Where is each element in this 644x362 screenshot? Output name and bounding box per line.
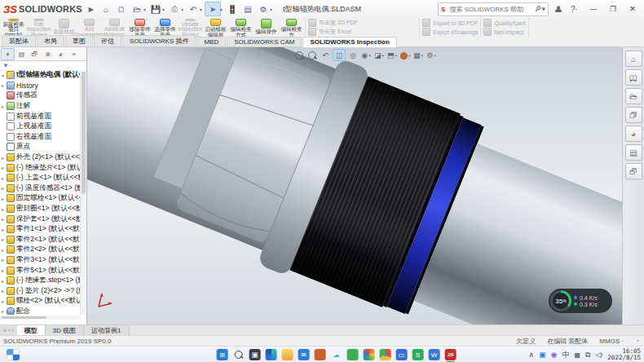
panel-tab-property-manager[interactable]: ▤ xyxy=(15,49,28,60)
tree-item[interactable]: ▸(-) 绝缘垫片<1> (默认<<默认>_显 xyxy=(0,162,82,173)
undo-dropdown-arrow[interactable]: ▾ xyxy=(200,7,202,12)
tree-item[interactable]: 前视基准面 xyxy=(0,111,82,121)
doc-tab-运动算例1[interactable]: 运动算例1 xyxy=(84,325,129,335)
tree-root-item[interactable]: ▾t型轴辐热电偶 (默认<默认_显示状态-1 xyxy=(0,70,82,81)
tree-item[interactable]: 右视基准面 xyxy=(0,132,82,143)
tab-布局[interactable]: 布局 xyxy=(37,35,64,46)
tab-solidworks-插件[interactable]: SOLIDWORKS 插件 xyxy=(122,35,196,46)
store-icon[interactable] xyxy=(315,349,326,360)
tree-item[interactable]: ▸History xyxy=(0,81,82,91)
edit-appearance-icon[interactable]: ⬤▾ xyxy=(399,50,411,60)
previous-view-icon[interactable]: ↶ xyxy=(320,50,331,60)
panel-tab-display-manager[interactable]: ◕ xyxy=(55,49,67,60)
hidden-icons-chevron[interactable]: ∧ xyxy=(528,351,534,359)
tree-item[interactable]: ▸保护套<1> (默认<<默认>_显示状 xyxy=(0,214,82,224)
s-app-icon[interactable]: S xyxy=(412,349,424,360)
onedrive-icon[interactable]: ▣ xyxy=(539,351,546,359)
view-settings-dropdown-arrow[interactable]: ▾ xyxy=(434,53,436,58)
minimize-button[interactable]: — xyxy=(584,0,603,18)
graphics-viewport[interactable]: ↶◫◎◉▾◪▾⬒▾⬤▾▦▾⚙▾ xyxy=(87,47,622,324)
file-explorer-icon[interactable]: 🗁 xyxy=(625,88,642,104)
location-icon[interactable]: ◉ xyxy=(551,351,558,359)
tree-item[interactable]: ▸注解 xyxy=(0,101,82,112)
view-palette-icon[interactable]: 🗇 xyxy=(625,107,642,123)
tab-solidworks-cam[interactable]: SOLIDWORKS CAM xyxy=(227,37,302,46)
display-style-icon[interactable]: ◪▾ xyxy=(373,50,385,60)
tree-item[interactable]: ▸密封圈<1> (默认<<默认>_显示状 xyxy=(0,204,82,214)
tree-item[interactable]: ▸(-) 垫片 (2)<2> ->? (默认<<默认 xyxy=(0,285,82,296)
print-dropdown-arrow[interactable]: ▾ xyxy=(181,7,183,12)
tree-item[interactable]: 上视基准面 xyxy=(0,121,82,132)
home-icon[interactable]: ⌂ xyxy=(99,2,113,15)
login-user-icon[interactable]: 👤︎ xyxy=(552,5,565,14)
print-icon[interactable]: ⎙ xyxy=(167,2,182,15)
view-orientation-icon[interactable]: ⬒▾ xyxy=(386,50,398,60)
design-library-icon[interactable]: 🕮 xyxy=(625,69,642,86)
undo-icon[interactable]: ↶ xyxy=(186,2,201,15)
view-settings-icon[interactable]: ⚙▾ xyxy=(426,50,437,60)
tab-solidworks-inspection[interactable]: SOLIDWORKS Inspection xyxy=(302,37,396,47)
edit-appearance-dropdown-arrow[interactable]: ▾ xyxy=(408,53,411,58)
cloud-app-icon[interactable]: ☁ xyxy=(331,349,342,360)
select-cursor-icon[interactable]: ➤ xyxy=(205,2,221,16)
network-monitor-overlay[interactable]: 35% 0.4 K/s 0.3 K/s xyxy=(549,289,612,313)
tree-item[interactable]: 传感器 xyxy=(0,90,82,101)
ribbon-button-编辑检查方式[interactable]: 编辑检查方式 xyxy=(228,18,254,38)
tree-item[interactable]: ▸(-) 绝缘套.step<1> (默认<<默认> xyxy=(0,276,82,286)
chrome-icon[interactable]: ● xyxy=(380,349,391,360)
tab-评估[interactable]: 评估 xyxy=(94,35,121,46)
view-orientation-dropdown-arrow[interactable]: ▾ xyxy=(395,53,398,58)
solidworks-resources-icon[interactable]: ⌂ xyxy=(625,51,642,67)
tree-item[interactable]: ▸螺栓<2> (默认<<默认>_显示状态 xyxy=(0,296,82,307)
tree-item[interactable]: 原点 xyxy=(0,142,82,152)
edge-icon[interactable] xyxy=(266,349,277,360)
new-document-icon[interactable]: 🗋 xyxy=(114,2,129,15)
panel-tab-dimxpert-manager[interactable]: ⊕ xyxy=(42,49,54,60)
panel-tab-feature-manager[interactable]: ♦ xyxy=(1,48,15,60)
file-explorer-icon[interactable] xyxy=(282,349,293,360)
panel-tab-pane-flyout[interactable]: » xyxy=(68,49,80,60)
help-icon[interactable]: ?· xyxy=(568,5,580,14)
panel-tab-configuration-manager[interactable]: 🗗 xyxy=(29,49,41,60)
apply-scene-icon[interactable]: ▦▾ xyxy=(412,50,424,60)
tab-scroll-arrows[interactable]: «‹› xyxy=(0,325,17,335)
ime-language-indicator[interactable]: 中 xyxy=(562,350,569,360)
open-dropdown-arrow[interactable]: ▾ xyxy=(143,7,146,12)
green-app-icon[interactable] xyxy=(347,349,359,360)
open-icon[interactable]: 🗁 xyxy=(130,2,144,15)
device-app-icon[interactable]: ▭ xyxy=(396,349,408,360)
volume-icon[interactable]: ◁) xyxy=(595,351,602,359)
tab-装配体[interactable]: 装配体 xyxy=(2,35,36,46)
hide-show-items-icon[interactable]: ◉▾ xyxy=(360,50,372,60)
tree-item[interactable]: ▸配合 xyxy=(0,307,82,315)
search-icon[interactable] xyxy=(233,349,245,360)
apply-scene-dropdown-arrow[interactable]: ▾ xyxy=(421,53,424,58)
cast-display-icon[interactable]: ⧉ xyxy=(585,351,590,360)
tree-item[interactable]: ▸零件2<2> (默认<<默认>_显示状态 xyxy=(0,245,82,255)
ribbon-button-启动模板编辑器[interactable]: 启动模板编辑器 xyxy=(203,18,228,38)
restore-button[interactable]: ❐ xyxy=(603,0,623,18)
tab-mbd[interactable]: MBD xyxy=(196,37,226,46)
save-icon[interactable]: 💾 xyxy=(148,2,163,15)
tree-item[interactable]: ▸固定螺栓<1> (默认<<默认>_显示 xyxy=(0,193,82,204)
section-view-icon[interactable]: ◫ xyxy=(333,49,346,61)
search-box[interactable]: S 🔎︎▾ xyxy=(438,2,549,16)
solidworks-forum-icon[interactable]: 🗗 xyxy=(625,163,642,179)
options-gear-icon[interactable]: ⚙ xyxy=(256,2,271,15)
tree-item[interactable]: ▸外壳 (2)<1> (默认<<默认>_显示状 xyxy=(0,152,82,163)
select-cursor-dropdown-arrow[interactable]: ▾ xyxy=(220,7,223,12)
ribbon-button-编辑操作[interactable]: 编辑操作 xyxy=(254,18,279,38)
tag-icon[interactable]: ◔ xyxy=(635,338,639,345)
custom-properties-icon[interactable]: ▤ xyxy=(625,144,642,161)
widgets-icon[interactable] xyxy=(7,349,20,360)
interference-check-icon[interactable]: 🚦 xyxy=(225,2,240,15)
w-app-icon[interactable]: W xyxy=(429,349,440,360)
search-input[interactable] xyxy=(448,5,532,14)
tree-item[interactable]: ▸(-) 上盖<1> (默认<<默认>_显示状 xyxy=(0,173,82,183)
zoom-to-fit-icon[interactable] xyxy=(293,50,305,60)
tree-item[interactable]: ▸(-) 温度传感器<1> (默认<<默认>_ xyxy=(0,183,82,194)
options-gear-dropdown-arrow[interactable]: ▾ xyxy=(270,7,272,12)
tree-vertical-scrollbar[interactable] xyxy=(80,70,86,315)
start-icon[interactable]: ⊞ xyxy=(217,349,228,360)
pinwheel-app-icon[interactable] xyxy=(364,349,375,360)
